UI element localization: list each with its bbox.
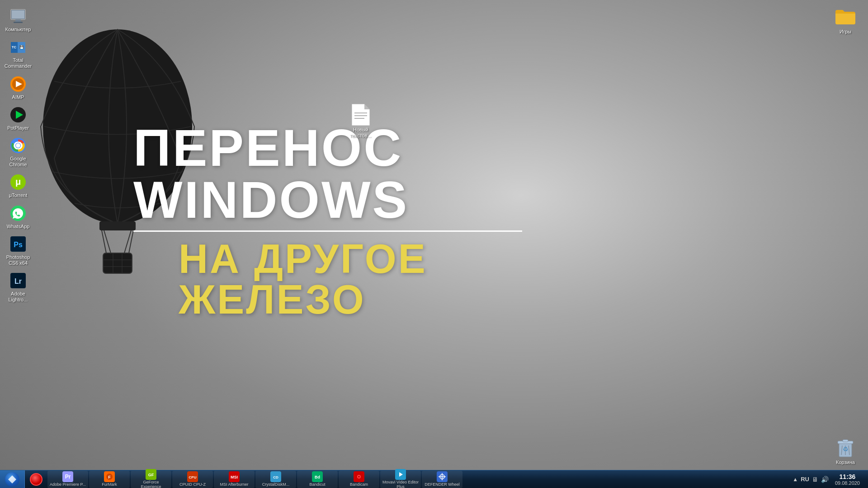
games-folder-icon <box>834 5 857 28</box>
taskbar-app-furmark-label: FurMark <box>102 483 117 487</box>
svg-text:CD: CD <box>273 475 278 479</box>
taskbar-app-bandicam[interactable]: Bandicam <box>339 471 379 488</box>
games-icon-label: Игры <box>840 29 851 35</box>
computer-icon-label: Компьютер <box>5 27 31 33</box>
taskbar-programs: Pr Adobe Premiere P... F FurMark GF <box>47 471 793 488</box>
start-orb <box>5 472 19 487</box>
center-overlay: ПЕРЕНОС WINDOWS НА ДРУГОЕ ЖЕЛЕЗО <box>133 122 527 320</box>
tray-icons: ▲ <box>793 476 798 483</box>
recycle-bin-icon: ♻ <box>836 437 854 460</box>
svg-point-62 <box>358 476 360 478</box>
taskbar-app-furmark[interactable]: F FurMark <box>89 471 130 488</box>
desktop-icon-recycle-bin[interactable]: ♻ Корзина <box>827 437 863 465</box>
desktop-icon-google-chrome[interactable]: Google Chrome <box>0 134 36 170</box>
svg-line-2 <box>102 230 106 253</box>
svg-rect-19 <box>14 22 23 23</box>
desktop-icon-lightroom[interactable]: Lr Adobe Lightro... <box>0 269 36 305</box>
taskbar-app-geforce-label: GeForce Experience <box>132 480 170 488</box>
svg-line-3 <box>129 230 133 253</box>
defender-wheel-icon <box>437 471 448 482</box>
taskbar-app-premiere-label: Adobe Premiere P... <box>50 483 86 487</box>
potplayer-icon <box>9 106 27 124</box>
desktop: ПЕРЕНОС WINDOWS НА ДРУГОЕ ЖЕЛЕЗО Новый т… <box>0 0 868 488</box>
taskbar-app-cpuid-label: CPUID CPU-Z <box>179 483 206 487</box>
system-tray: ▲ RU 🖥 🔊 11:36 09.08.2020 <box>793 473 868 486</box>
whatsapp-icon-label: WhatsApp <box>7 224 30 230</box>
desktop-icon-photoshop[interactable]: Ps Photoshop CS6 x64 <box>0 232 36 269</box>
svg-text:MSI: MSI <box>231 475 238 479</box>
start-button[interactable] <box>0 470 25 488</box>
record-dot <box>30 473 42 486</box>
taskbar-app-geforce[interactable]: GF GeForce Experience <box>131 471 171 488</box>
svg-rect-43 <box>843 440 848 442</box>
svg-text:GF: GF <box>148 473 154 477</box>
taskbar-app-adobe-premiere[interactable]: Pr Adobe Premiere P... <box>47 471 88 488</box>
svg-point-33 <box>16 143 20 148</box>
whatsapp-icon <box>9 204 27 222</box>
system-clock[interactable]: 11:36 09.08.2020 <box>831 473 863 486</box>
svg-rect-18 <box>15 19 21 22</box>
utorrent-icon-label: μTorrent <box>9 192 28 198</box>
main-title: ПЕРЕНОС WINDOWS <box>133 122 527 226</box>
file-icon-label: Новый текстов... <box>343 127 379 139</box>
taskbar-app-bandicut-label: Bandicut <box>309 483 325 487</box>
svg-text:Ps: Ps <box>14 241 23 249</box>
bandicam-icon <box>354 471 364 482</box>
desktop-icon-potplayer[interactable]: PotPlayer <box>0 103 36 134</box>
tray-icon-volume[interactable]: 🔊 <box>821 476 829 483</box>
tray-icon-up-arrow[interactable]: ▲ <box>793 476 798 483</box>
desktop-icon-total-commander[interactable]: TC 💾 Total Commander <box>0 35 36 72</box>
taskbar-app-crystaldiskmark[interactable]: CD CrystalDiskM... <box>255 471 296 488</box>
tray-icon-network[interactable]: 🖥 <box>812 476 818 483</box>
google-chrome-icon <box>9 136 27 155</box>
desktop-icon-computer[interactable]: Компьютер <box>0 5 36 35</box>
taskbar-app-bandicut[interactable]: Bd Bandicut <box>297 471 338 488</box>
desktop-icon-whatsapp[interactable]: WhatsApp <box>0 202 36 232</box>
recording-indicator[interactable] <box>27 470 45 488</box>
google-chrome-icon-label: Google Chrome <box>2 156 34 168</box>
photoshop-icon: Ps <box>9 235 27 253</box>
svg-text:μ: μ <box>15 177 21 187</box>
geforce-icon: GF <box>146 469 156 480</box>
utorrent-icon: μ <box>9 173 27 191</box>
desktop-icon-utorrent[interactable]: μ μTorrent <box>0 170 36 201</box>
adobe-premiere-icon: Pr <box>62 471 73 482</box>
cpuid-icon: CPU <box>187 471 198 482</box>
clock-time: 11:36 <box>840 473 856 480</box>
total-commander-icon-label: Total Commander <box>2 57 34 69</box>
taskbar-app-crystaldiskmark-label: CrystalDiskM... <box>262 483 290 487</box>
recycle-bin-label: Корзина <box>836 460 855 465</box>
msi-afterburner-icon: MSI <box>229 471 240 482</box>
potplayer-icon-label: PotPlayer <box>7 125 29 131</box>
svg-text:CPU: CPU <box>189 475 197 479</box>
furmark-icon: F <box>104 471 115 482</box>
svg-rect-6 <box>103 253 132 273</box>
svg-text:Bd: Bd <box>315 475 320 479</box>
taskbar-app-cpuid[interactable]: CPU CPUID CPU-Z <box>172 471 213 488</box>
aimp-icon-label: AIMP <box>12 94 24 100</box>
sub-title: НА ДРУГОЕ ЖЕЛЕЗО <box>133 239 527 320</box>
taskbar-app-msi-afterburner[interactable]: MSI MSI Afterburner <box>214 471 255 488</box>
clock-date: 09.08.2020 <box>835 480 860 486</box>
svg-line-5 <box>124 230 131 253</box>
lightroom-icon: Lr <box>9 272 27 290</box>
crystaldiskmark-icon: CD <box>270 471 281 482</box>
computer-icon <box>9 7 27 25</box>
taskbar-app-movavi[interactable]: Movavi Video Editor Plus <box>380 471 421 488</box>
taskbar-app-msi-label: MSI Afterburner <box>220 483 248 487</box>
svg-rect-17 <box>12 10 24 19</box>
taskbar-app-bandicam-label: Bandicam <box>350 483 368 487</box>
tray-language[interactable]: RU <box>801 476 809 483</box>
aimp-icon <box>9 75 27 93</box>
total-commander-icon: TC 💾 <box>9 38 27 56</box>
lightroom-icon-label: Adobe Lightro... <box>2 291 34 303</box>
desktop-icon-games[interactable]: Игры <box>827 2 863 38</box>
taskbar-app-defender-wheel[interactable]: DEFENDER Wheel <box>422 471 462 488</box>
desktop-icons-left: Компьютер TC 💾 Total Commander <box>0 0 36 305</box>
desktop-file-icon[interactable]: Новый текстов... <box>343 104 379 139</box>
title-divider <box>133 230 522 232</box>
svg-rect-1 <box>99 221 136 230</box>
taskbar: Pr Adobe Premiere P... F FurMark GF <box>0 470 868 488</box>
desktop-icon-aimp[interactable]: AIMP <box>0 72 36 103</box>
svg-text:F: F <box>108 475 111 479</box>
